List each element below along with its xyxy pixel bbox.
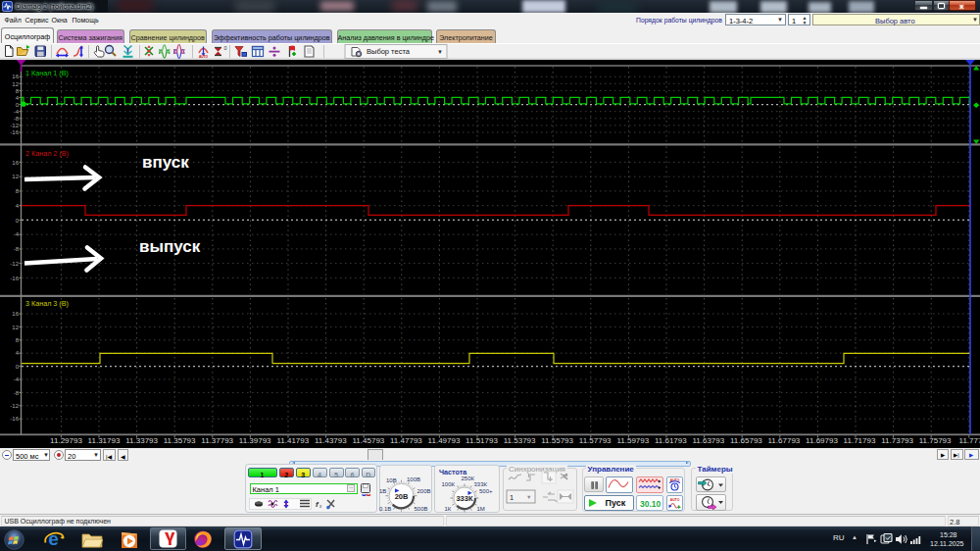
svg-text:AUTO: AUTO xyxy=(199,55,208,59)
svg-text:11.69793: 11.69793 xyxy=(806,436,838,445)
svg-text:12: 12 xyxy=(12,174,19,179)
svg-text:11.61793: 11.61793 xyxy=(655,436,687,445)
svg-text:11.57793: 11.57793 xyxy=(579,436,612,445)
svg-text:16: 16 xyxy=(12,74,19,79)
svg-text:-8: -8 xyxy=(14,246,20,252)
svg-text:16: 16 xyxy=(12,311,19,317)
svg-text:-8: -8 xyxy=(14,116,20,122)
svg-text:500В: 500В xyxy=(415,506,428,512)
svg-text:-16: -16 xyxy=(10,129,19,135)
svg-text:-8: -8 xyxy=(14,390,20,396)
svg-text:11.59793: 11.59793 xyxy=(616,436,649,445)
svg-text:100В: 100В xyxy=(407,476,420,482)
svg-text:0: 0 xyxy=(224,45,227,51)
svg-text:-16: -16 xyxy=(10,416,19,422)
svg-text:500+: 500+ xyxy=(479,488,493,494)
svg-text:11.33793: 11.33793 xyxy=(125,436,158,445)
svg-text:▼: ▼ xyxy=(437,49,443,55)
svg-text:20В: 20В xyxy=(395,492,409,501)
svg-text:3 Канал 3 (В): 3 Канал 3 (В) xyxy=(25,299,69,308)
svg-text:11.43793: 11.43793 xyxy=(315,436,347,445)
svg-text:▼: ▼ xyxy=(526,494,531,500)
svg-text:выпуск: выпуск xyxy=(139,237,201,256)
svg-text:1К: 1К xyxy=(445,506,452,512)
svg-text:11.55793: 11.55793 xyxy=(541,436,573,445)
svg-text:-12: -12 xyxy=(10,123,19,128)
svg-text:11.63793: 11.63793 xyxy=(692,436,724,445)
svg-text:x: x xyxy=(319,503,322,508)
svg-text:11.67793: 11.67793 xyxy=(768,436,801,445)
svg-text:11.31793: 11.31793 xyxy=(88,436,121,445)
svg-text:11.49793: 11.49793 xyxy=(428,436,461,445)
svg-text:16: 16 xyxy=(12,160,19,166)
svg-text:11.53793: 11.53793 xyxy=(504,436,536,445)
svg-text:11.37793: 11.37793 xyxy=(201,436,233,445)
svg-text:11.71793: 11.71793 xyxy=(844,436,876,445)
svg-text:11.29793: 11.29793 xyxy=(50,436,82,445)
svg-text:11.41793: 11.41793 xyxy=(276,436,309,445)
svg-text:11.51793: 11.51793 xyxy=(466,436,498,445)
svg-text:-16: -16 xyxy=(10,276,19,281)
svg-text:333К: 333К xyxy=(474,481,488,487)
svg-text:11.73793: 11.73793 xyxy=(881,436,913,445)
svg-text:12: 12 xyxy=(12,325,19,330)
svg-text:250К: 250К xyxy=(462,476,475,481)
svg-text:-4: -4 xyxy=(14,376,20,382)
svg-text:11.35793: 11.35793 xyxy=(164,436,196,445)
svg-text:11.47793: 11.47793 xyxy=(390,436,422,445)
svg-text:11.65793: 11.65793 xyxy=(730,436,762,445)
svg-text:-12: -12 xyxy=(10,261,19,267)
svg-text:-12: -12 xyxy=(10,403,19,409)
svg-text:1 Канал 1 (В): 1 Канал 1 (В) xyxy=(25,69,69,77)
svg-text:100К: 100К xyxy=(442,481,456,487)
svg-text:AUTO: AUTO xyxy=(669,498,679,502)
svg-text:впуск: впуск xyxy=(142,153,189,172)
svg-text:333К: 333К xyxy=(456,494,473,503)
svg-text:11.45793: 11.45793 xyxy=(353,436,385,445)
svg-text:12: 12 xyxy=(12,81,19,87)
svg-text:Выбор теста: Выбор теста xyxy=(367,47,411,56)
svg-text:10В: 10В xyxy=(386,477,397,483)
svg-text:11.75793: 11.75793 xyxy=(919,436,952,445)
svg-text:2 Канал 2 (В): 2 Канал 2 (В) xyxy=(25,149,69,158)
svg-text:1В: 1В xyxy=(379,488,386,494)
svg-text:0.1В: 0.1В xyxy=(379,506,391,512)
svg-text:-4: -4 xyxy=(14,109,20,115)
svg-text:-4: -4 xyxy=(14,231,20,237)
svg-text:200В: 200В xyxy=(417,488,431,494)
svg-text:11.39793: 11.39793 xyxy=(239,436,271,445)
svg-text:1: 1 xyxy=(510,493,514,502)
svg-text:1М: 1М xyxy=(477,506,485,512)
